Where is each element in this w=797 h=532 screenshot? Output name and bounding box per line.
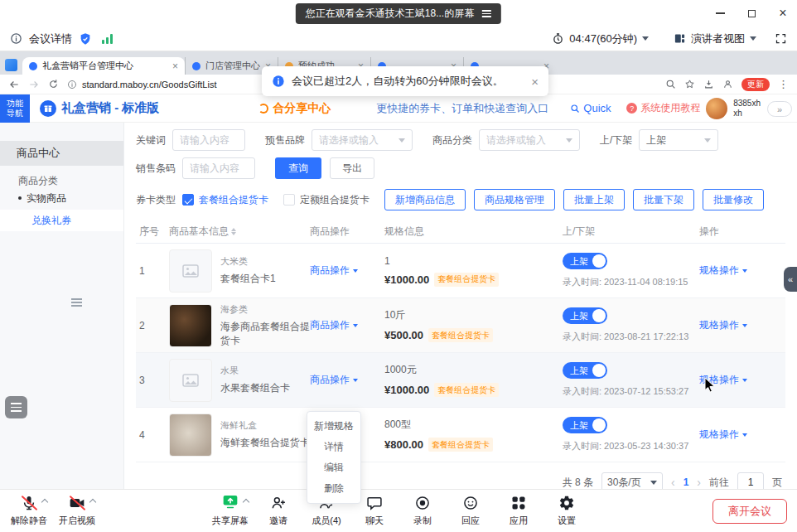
user-icon[interactable] [722,79,733,89]
maximize-button[interactable] [746,7,757,19]
download-icon[interactable] [703,79,714,89]
minimize-button[interactable] [714,7,726,19]
search-button[interactable]: 查询 [275,157,321,179]
current-page[interactable]: 1 [683,476,689,488]
prev-page-icon[interactable]: ‹ [671,476,675,489]
batch-edit-button[interactable]: 批量修改 [703,189,764,210]
product-action-link[interactable]: 商品操作 [310,264,358,278]
leave-meeting-button[interactable]: 离开会议 [712,499,787,524]
chevron-down-icon [742,433,747,437]
checkbox-unchecked-icon[interactable] [283,194,295,206]
next-page-icon[interactable]: › [697,476,701,489]
shelf-label: 上/下架 [600,133,632,148]
settings-button[interactable]: 设置 [543,494,591,527]
tab-favicon [29,62,37,70]
price: ¥1000.00 [384,384,429,396]
toast-close-icon[interactable]: × [531,75,539,89]
star-icon[interactable] [684,79,695,89]
add-product-button[interactable]: 新增商品信息 [384,189,466,210]
browser-menu-icon[interactable]: ⋮ [778,78,789,90]
app-sidebar: 商品中心 商品分类 实物商品 兑换礼券 [0,123,124,489]
close-button[interactable]: × [777,7,789,19]
chevron-down-icon [742,379,747,382]
card-type-label: 券卡类型 [136,193,176,207]
sidebar-group-category[interactable]: 商品分类 [0,173,123,188]
spec-action-link[interactable]: 规格操作 [699,318,747,332]
sidebar-item-gift-voucher[interactable]: 兑换礼券 [0,210,123,231]
meeting-list-float-button[interactable] [5,396,27,418]
record-button[interactable]: 录制 [398,494,447,527]
url-text[interactable]: standard.maboy.cn/GoodsGiftList [82,80,216,89]
share-center-icon [258,104,268,114]
layout-view-icon [674,32,686,45]
user-avatar[interactable] [706,98,727,119]
shelf-toggle[interactable]: 上架 [563,417,607,433]
barcode-input[interactable] [182,157,255,179]
checkbox-combo-card[interactable]: 套餐组合提货卡 [182,193,268,207]
camera-options-icon[interactable] [89,499,96,505]
banner-menu-icon[interactable] [482,10,491,17]
meeting-details-link[interactable]: 会议详情 [29,31,72,46]
search-icon[interactable] [665,79,676,89]
product-action-link[interactable]: 商品操作 [310,373,358,387]
keyword-input[interactable] [172,129,245,151]
view-dropdown-icon[interactable] [750,36,756,41]
function-nav-button[interactable]: 功能 导航 [0,94,30,123]
panel-collapse-handle[interactable]: « [784,267,797,292]
invite-button[interactable]: 邀请 [254,494,302,527]
shelf-toggle[interactable]: 上架 [563,253,607,269]
category-select[interactable]: 请选择或输入 [479,129,580,151]
checkbox-fixed-card[interactable]: 定额组合提货卡 [283,193,370,207]
sidebar-item-physical-goods[interactable]: 实物商品 [0,191,123,206]
mic-options-icon[interactable] [41,499,48,505]
batch-off-button[interactable]: 批量下架 [633,189,694,210]
back-icon[interactable] [8,79,20,90]
shelf-toggle[interactable]: 上架 [563,362,607,379]
tab-close-icon[interactable]: × [172,60,178,72]
brand-select[interactable]: 请选择或输入 [312,129,413,151]
sidebar-section-product-center[interactable]: 商品中心 [0,141,123,166]
meeting-timer: 04:47(60分钟) [569,31,637,46]
banner-text: 您正在观看金禾通技术王斌18...的屏幕 [306,7,474,21]
share-screen-button[interactable]: 共享屏幕 [206,494,254,527]
browser-logo-icon[interactable] [5,59,17,71]
batch-on-button[interactable]: 批量上架 [563,189,625,210]
browser-update-badge[interactable]: 更新 [741,78,770,91]
smiley-icon [462,494,479,512]
share-center-link[interactable]: 合分享中心 [258,101,331,116]
product-photo [169,304,212,347]
menu-item-edit[interactable]: 编辑 [307,457,360,478]
spec-manage-button[interactable]: 商品规格管理 [474,189,555,210]
product-action-link[interactable]: 商品操作 [310,318,358,332]
forward-icon[interactable] [28,79,40,90]
sort-icon[interactable] [231,228,236,235]
start-video-button[interactable]: 开启视频 [53,494,101,527]
timer-dropdown-icon[interactable] [642,36,649,41]
reload-icon[interactable] [48,79,59,89]
user-name[interactable]: 8385xh xh [733,99,761,118]
spec-action-link[interactable]: 规格操作 [699,264,747,278]
reactions-button[interactable]: 回应 [447,494,495,527]
menu-item-add-spec[interactable]: 新增规格 [307,416,360,437]
table-row: 1 大米类套餐组合卡1 商品操作 1¥1000.00套餐组合提货卡 上架录入时间… [136,244,785,298]
sidebar-collapse-icon[interactable] [71,298,82,307]
header-collapse-button[interactable]: » [767,101,792,117]
menu-item-delete[interactable]: 删除 [307,478,360,499]
page-info-icon[interactable] [67,80,77,89]
shelf-toggle[interactable]: 上架 [563,307,607,324]
browser-tab-active[interactable]: 礼盒营销平台管理中心 × [22,57,185,75]
fullscreen-icon[interactable] [775,32,787,45]
checkbox-checked-icon[interactable] [182,194,194,206]
tutorial-link[interactable]: ? 系统使用教程 [626,101,700,115]
share-options-icon[interactable] [243,499,249,505]
shelf-select[interactable]: 上架 [639,129,718,151]
spec-action-link[interactable]: 规格操作 [699,428,747,442]
unmute-button[interactable]: 解除静音 [5,494,53,527]
network-signal-icon[interactable] [102,34,113,44]
quick-search-link[interactable]: Quick [570,102,611,114]
menu-item-detail[interactable]: 详情 [307,437,360,457]
question-icon: ? [626,103,637,114]
export-button[interactable]: 导出 [330,157,374,179]
apps-button[interactable]: 应用 [495,494,543,527]
security-shield-icon[interactable] [79,32,92,46]
